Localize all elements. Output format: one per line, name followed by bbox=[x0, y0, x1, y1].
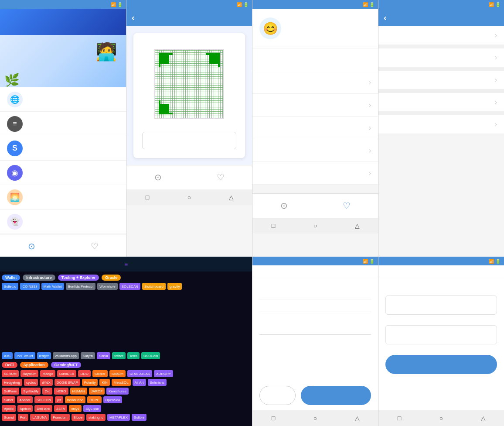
sol-logo-icon: ≡ bbox=[124, 261, 128, 268]
back-btn-4[interactable]: ‹ bbox=[384, 13, 387, 23]
status-bar-6: 📶 🔋 bbox=[378, 257, 504, 265]
token-mint-input[interactable] bbox=[385, 325, 497, 344]
eco-row-6: Saber Anchor SOLEON jet BoodChoo RCPE Op… bbox=[2, 396, 250, 403]
status-bar-1: 📶 🔋 bbox=[0, 0, 126, 9]
plant-icon: 🌿 bbox=[4, 73, 20, 87]
my-tab-2[interactable]: ♡ bbox=[189, 165, 252, 189]
chip-mango: Mango bbox=[40, 370, 55, 377]
chip-only1: only1 bbox=[69, 405, 82, 412]
add-token-nav bbox=[378, 265, 504, 276]
token-name-input[interactable] bbox=[385, 295, 497, 315]
raydium-icon: ◉ bbox=[7, 165, 23, 181]
cat-oracle: Oracle bbox=[102, 275, 121, 281]
chip-apollo: Apollo bbox=[2, 405, 16, 412]
token-sol[interactable]: › bbox=[378, 26, 504, 45]
chip-sollet: Sollet.io bbox=[2, 283, 18, 290]
about-row[interactable]: › bbox=[252, 162, 378, 185]
my-tab-1[interactable]: ♡ bbox=[63, 234, 126, 257]
chip-boodchoo: BoodChoo bbox=[65, 396, 86, 403]
cat-defi: DeFi bbox=[2, 362, 17, 368]
copy-donate-row[interactable]: › bbox=[252, 139, 378, 162]
add-token-submit-btn[interactable] bbox=[385, 355, 497, 374]
chip-opensea: OpenSea bbox=[103, 396, 123, 403]
nav-item-account[interactable]: ≡ bbox=[0, 112, 126, 136]
android-back-5[interactable]: △ bbox=[353, 414, 361, 423]
home-tab-1[interactable]: ⊙ bbox=[0, 234, 63, 257]
chevron-import: › bbox=[369, 79, 371, 86]
android-circle-3[interactable]: ○ bbox=[311, 221, 320, 230]
my-icon-3: ♡ bbox=[343, 200, 351, 211]
srm-chevron: › bbox=[495, 120, 497, 128]
chip-dydx: dYdX bbox=[40, 379, 53, 386]
android-back-3[interactable]: △ bbox=[353, 221, 361, 230]
mnemonic-form bbox=[252, 276, 378, 381]
chip-h2ro: H2RO bbox=[54, 388, 68, 395]
chip-solarians: Solarians bbox=[148, 379, 167, 386]
mnemonic-input[interactable] bbox=[259, 317, 371, 335]
submit-btn[interactable] bbox=[301, 386, 371, 405]
chip-orc: Orc bbox=[42, 388, 52, 395]
chip-polarity: Polarity bbox=[82, 379, 98, 386]
token-ray[interactable]: › bbox=[378, 93, 504, 112]
chip-gravity: gravity bbox=[167, 283, 182, 290]
nav-item-olapay[interactable]: 🌐 bbox=[0, 87, 126, 112]
chip-hedgehog: Hedgehog bbox=[2, 379, 22, 386]
usdc-chevron: › bbox=[495, 76, 497, 84]
eco-row-4: Hedgehog cyclos dYdX DOGE SWAP Polarity … bbox=[2, 379, 250, 386]
chip-solible: Solible bbox=[132, 414, 146, 421]
chip-solfarm: SolFarm bbox=[2, 388, 19, 395]
android-circle-5[interactable]: ○ bbox=[311, 414, 320, 423]
android-square-2[interactable]: □ bbox=[143, 193, 152, 202]
cat-gaming: Gaming/NFT bbox=[51, 362, 82, 368]
nav-list: 🌐 ≡ S ◉ 🌅 👻 bbox=[0, 87, 126, 234]
android-nav-2: □ ○ △ bbox=[126, 189, 252, 205]
chip-anchor: Anchor bbox=[17, 396, 32, 403]
android-square-6[interactable]: □ bbox=[395, 414, 404, 423]
chip-staratlast: STAR ATLAS bbox=[127, 370, 152, 377]
account-icon: ≡ bbox=[7, 116, 23, 132]
home-tab-2[interactable]: ⊙ bbox=[126, 165, 189, 189]
chip-doge: DOGE SWAP bbox=[54, 379, 80, 386]
android-circle-6[interactable]: ○ bbox=[437, 414, 446, 423]
android-nav-5: □ ○ △ bbox=[252, 410, 378, 426]
chip-jarof: JAROF bbox=[89, 388, 105, 395]
clear-mnemonic-row[interactable]: › bbox=[252, 117, 378, 139]
chip-math: Math Wallet bbox=[41, 283, 64, 290]
copy-sol-btn[interactable] bbox=[142, 132, 236, 149]
chip-validators: validators.app bbox=[53, 352, 79, 359]
header-banner bbox=[0, 9, 126, 35]
token-usdt[interactable]: › bbox=[378, 48, 504, 67]
chip-franclum: Franclum bbox=[51, 414, 69, 421]
phone-value-5 bbox=[259, 305, 371, 312]
home-tab-3[interactable]: ⊙ bbox=[252, 194, 315, 218]
icons-3: 📶 🔋 bbox=[363, 2, 375, 7]
token-usdc[interactable]: › bbox=[378, 71, 504, 89]
nav-item-sollet[interactable]: S bbox=[0, 136, 126, 161]
nav-item-beach[interactable]: 🌅 bbox=[0, 185, 126, 210]
android-back-6[interactable]: △ bbox=[479, 414, 487, 423]
android-back-2[interactable]: △ bbox=[227, 193, 235, 202]
token-list: › › › › bbox=[378, 26, 504, 134]
reset-btn[interactable] bbox=[259, 386, 296, 405]
nav-item-phantom[interactable]: 👻 bbox=[0, 210, 126, 234]
back-btn-2[interactable]: ‹ bbox=[132, 13, 135, 23]
eco-row-1: Sollet.io COINS98 Math Wallet Bonfida Pr… bbox=[2, 283, 250, 350]
chip-staking: staking.io bbox=[86, 414, 106, 421]
android-circle-2[interactable]: ○ bbox=[185, 193, 194, 202]
android-square-5[interactable]: □ bbox=[269, 414, 278, 423]
my-tab-3[interactable]: ♡ bbox=[315, 194, 378, 218]
eco-row-5: SolFarm Synthetify Orc H2RO HUMAN JAROF … bbox=[2, 388, 250, 395]
android-square-3[interactable]: □ bbox=[269, 221, 278, 230]
nav-bar-4: ‹ bbox=[378, 9, 504, 26]
import-mnemonic-row[interactable]: › bbox=[252, 71, 378, 94]
home-icon-1: ⊙ bbox=[28, 241, 35, 251]
copy-mnemonic-row[interactable]: › bbox=[252, 94, 378, 117]
token-srm[interactable]: › bbox=[378, 115, 504, 134]
chip-jet: jet bbox=[55, 396, 63, 403]
nav-item-raydium[interactable]: ◉ bbox=[0, 161, 126, 185]
nav-bar-2: ‹ bbox=[126, 9, 252, 26]
chip-laguna: LAGUNA bbox=[30, 414, 49, 421]
phantom-icon: 👻 bbox=[7, 214, 23, 230]
icons-1: 📶 🔋 bbox=[111, 2, 123, 7]
phone3-profile: 📶 🔋 😊 › › › › bbox=[252, 0, 378, 257]
